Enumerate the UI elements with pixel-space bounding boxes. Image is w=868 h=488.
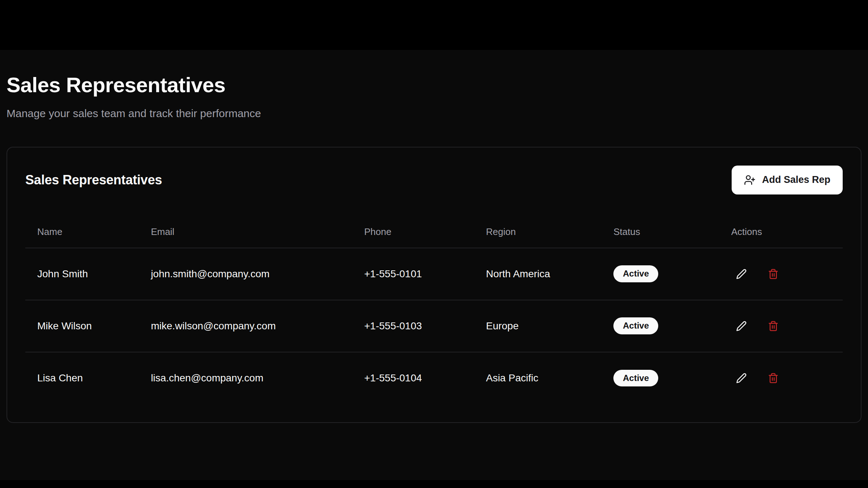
delete-button[interactable] (763, 264, 783, 284)
rep-name: Lisa Chen (25, 352, 139, 404)
rep-email: lisa.chen@company.com (139, 352, 352, 404)
column-header-actions: Actions (719, 216, 843, 248)
rep-email: john.smith@company.com (139, 248, 352, 300)
edit-button[interactable] (731, 316, 752, 336)
trash-icon (768, 321, 779, 331)
card-header: Sales Representatives Add Sales Rep (25, 166, 843, 194)
rep-region: Europe (474, 300, 602, 352)
rep-actions-cell (719, 248, 843, 300)
trash-icon (768, 269, 779, 279)
rep-name: John Smith (25, 248, 139, 300)
table-row: Mike Wilson mike.wilson@company.com +1-5… (25, 300, 843, 352)
rep-phone: +1-555-0103 (352, 300, 474, 352)
pencil-icon (736, 373, 747, 384)
edit-button[interactable] (731, 368, 752, 388)
column-header-phone: Phone (352, 216, 474, 248)
edit-button[interactable] (731, 264, 752, 284)
rep-email: mike.wilson@company.com (139, 300, 352, 352)
bottom-band (0, 480, 868, 488)
add-sales-rep-button[interactable]: Add Sales Rep (732, 166, 843, 194)
pencil-icon (736, 269, 747, 279)
rep-actions-cell (719, 352, 843, 404)
sales-reps-table: Name Email Phone Region Status Actions J… (25, 216, 843, 404)
table-header: Name Email Phone Region Status Actions (25, 216, 843, 248)
rep-region: Asia Pacific (474, 352, 602, 404)
column-header-region: Region (474, 216, 602, 248)
delete-button[interactable] (763, 316, 783, 336)
user-plus-icon (744, 174, 756, 186)
page-subtitle: Manage your sales team and track their p… (7, 107, 861, 120)
rep-status-cell: Active (601, 352, 719, 404)
rep-status-cell: Active (601, 248, 719, 300)
table-row: Lisa Chen lisa.chen@company.com +1-555-0… (25, 352, 843, 404)
status-badge: Active (613, 265, 658, 282)
rep-name: Mike Wilson (25, 300, 139, 352)
page: Sales Representatives Manage your sales … (0, 0, 868, 423)
pencil-icon (736, 321, 747, 331)
page-title: Sales Representatives (7, 72, 861, 98)
rep-actions-cell (719, 300, 843, 352)
rep-status-cell: Active (601, 300, 719, 352)
sales-reps-card: Sales Representatives Add Sales Rep (7, 147, 861, 423)
column-header-status: Status (601, 216, 719, 248)
table-row: John Smith john.smith@company.com +1-555… (25, 248, 843, 300)
delete-button[interactable] (763, 368, 783, 388)
column-header-name: Name (25, 216, 139, 248)
trash-icon (768, 373, 779, 384)
card-title: Sales Representatives (25, 172, 162, 188)
rep-region: North America (474, 248, 602, 300)
add-sales-rep-button-label: Add Sales Rep (762, 174, 830, 185)
status-badge: Active (613, 317, 658, 334)
status-badge: Active (613, 370, 658, 387)
rep-phone: +1-555-0104 (352, 352, 474, 404)
column-header-email: Email (139, 216, 352, 248)
rep-phone: +1-555-0101 (352, 248, 474, 300)
